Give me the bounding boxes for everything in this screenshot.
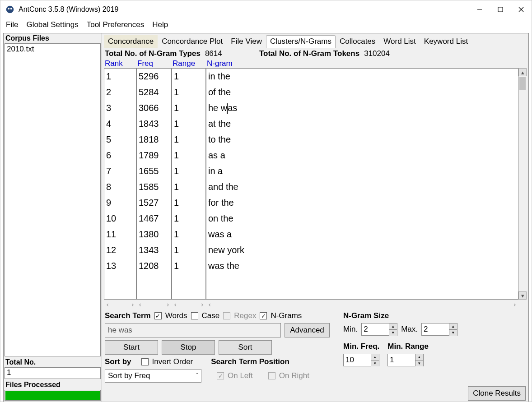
cell-freq[interactable]: 5284 bbox=[139, 84, 169, 100]
chevron-right-icon[interactable]: › bbox=[166, 301, 170, 308]
header-rank[interactable]: Rank bbox=[105, 59, 137, 68]
cell-ngram[interactable]: of the bbox=[208, 84, 516, 100]
cell-range[interactable]: 1 bbox=[174, 211, 204, 226]
tab-word-list[interactable]: Word List bbox=[379, 35, 420, 48]
header-range[interactable]: Range bbox=[173, 59, 207, 68]
chevron-right-icon[interactable]: › bbox=[201, 301, 204, 308]
chevron-left-icon[interactable]: ‹ bbox=[138, 301, 142, 308]
cell-rank[interactable]: 12 bbox=[106, 242, 134, 258]
cell-freq[interactable]: 1789 bbox=[139, 148, 169, 163]
cell-range[interactable]: 1 bbox=[174, 163, 204, 179]
cell-ngram[interactable]: in a bbox=[208, 163, 516, 179]
min-range-spinner[interactable]: ▴▾ bbox=[387, 354, 424, 366]
words-checkbox[interactable] bbox=[154, 312, 162, 319]
menu-global-settings[interactable]: Global Settings bbox=[26, 20, 78, 29]
cell-ngram[interactable]: in the bbox=[208, 69, 516, 84]
cell-ngram[interactable]: to the bbox=[208, 132, 516, 148]
corpus-file-item[interactable]: 2010.txt bbox=[7, 45, 98, 54]
cell-range[interactable]: 1 bbox=[174, 179, 204, 195]
hscroll-rank[interactable]: ‹› bbox=[104, 301, 136, 308]
cell-freq[interactable]: 1818 bbox=[139, 132, 169, 148]
cell-freq[interactable]: 1843 bbox=[139, 116, 169, 132]
cell-freq[interactable]: 1467 bbox=[139, 211, 169, 226]
spin-up-icon[interactable]: ▴ bbox=[371, 354, 379, 360]
hscroll-ngram[interactable]: ‹› bbox=[206, 301, 518, 308]
stop-button[interactable]: Stop bbox=[162, 340, 215, 355]
cell-ngram[interactable]: for the bbox=[208, 195, 516, 211]
min-range-input[interactable] bbox=[388, 354, 415, 366]
scroll-down-icon[interactable]: ▾ bbox=[518, 291, 527, 300]
cell-rank[interactable]: 2 bbox=[106, 84, 134, 100]
start-button[interactable]: Start bbox=[105, 340, 158, 355]
column-freq[interactable]: 5296528430661843181817891655158515271467… bbox=[136, 68, 172, 300]
sort-by-select[interactable]: Sort by Freq ˇ bbox=[105, 369, 201, 383]
max-size-input[interactable] bbox=[422, 323, 449, 335]
cell-ngram[interactable]: and the bbox=[208, 179, 516, 195]
cell-range[interactable]: 1 bbox=[174, 116, 204, 132]
cell-freq[interactable]: 1380 bbox=[139, 226, 169, 242]
tab-clusters-ngrams[interactable]: Clusters/N-Grams bbox=[266, 35, 336, 48]
column-ngram[interactable]: in theof thehe wasat theto theas ain aan… bbox=[206, 68, 518, 300]
cell-freq[interactable]: 1208 bbox=[139, 258, 169, 274]
cell-freq[interactable]: 1343 bbox=[139, 242, 169, 258]
hscroll-freq[interactable]: ‹› bbox=[136, 301, 172, 308]
tab-file-view[interactable]: File View bbox=[227, 35, 266, 48]
chevron-left-icon[interactable]: ‹ bbox=[106, 301, 109, 308]
cell-rank[interactable]: 7 bbox=[106, 163, 134, 179]
spin-down-icon[interactable]: ▾ bbox=[389, 330, 397, 336]
clone-results-button[interactable]: Clone Results bbox=[468, 386, 526, 401]
search-input[interactable] bbox=[105, 323, 281, 337]
cell-range[interactable]: 1 bbox=[174, 132, 204, 148]
cell-rank[interactable]: 4 bbox=[106, 116, 134, 132]
cell-rank[interactable]: 3 bbox=[106, 100, 134, 116]
cell-ngram[interactable]: at the bbox=[208, 116, 516, 132]
ngrams-checkbox[interactable] bbox=[260, 312, 267, 319]
cell-ngram[interactable]: on the bbox=[208, 211, 516, 226]
close-button[interactable] bbox=[511, 0, 532, 18]
cell-range[interactable]: 1 bbox=[174, 226, 204, 242]
cell-range[interactable]: 1 bbox=[174, 195, 204, 211]
menu-file[interactable]: File bbox=[6, 20, 18, 29]
cell-ngram[interactable]: was a bbox=[208, 226, 516, 242]
vertical-scrollbar[interactable]: ▴ ▾ bbox=[518, 68, 527, 300]
cell-freq[interactable]: 1585 bbox=[139, 179, 169, 195]
cell-rank[interactable]: 1 bbox=[106, 69, 134, 84]
cell-rank[interactable]: 9 bbox=[106, 195, 134, 211]
case-checkbox[interactable] bbox=[191, 312, 198, 319]
invert-order-checkbox[interactable] bbox=[141, 358, 149, 365]
cell-rank[interactable]: 8 bbox=[106, 179, 134, 195]
header-freq[interactable]: Freq bbox=[137, 59, 173, 68]
cell-range[interactable]: 1 bbox=[174, 100, 204, 116]
header-ngram[interactable]: N-gram bbox=[207, 59, 518, 68]
min-freq-spinner[interactable]: ▴▾ bbox=[343, 354, 379, 366]
menu-help[interactable]: Help bbox=[152, 20, 168, 29]
tab-concordance-plot[interactable]: Concordance Plot bbox=[158, 35, 227, 48]
menu-tool-preferences[interactable]: Tool Preferences bbox=[87, 20, 145, 29]
column-range[interactable]: 1111111111111 bbox=[172, 68, 206, 300]
cell-rank[interactable]: 5 bbox=[106, 132, 134, 148]
spin-down-icon[interactable]: ▾ bbox=[371, 360, 379, 366]
scroll-up-icon[interactable]: ▴ bbox=[518, 68, 527, 76]
spin-up-icon[interactable]: ▴ bbox=[389, 323, 397, 330]
cell-range[interactable]: 1 bbox=[174, 242, 204, 258]
sort-button[interactable]: Sort bbox=[219, 340, 272, 355]
cell-freq[interactable]: 5296 bbox=[139, 69, 169, 84]
cell-ngram[interactable]: as a bbox=[208, 148, 516, 163]
min-size-input[interactable] bbox=[362, 323, 389, 335]
maximize-button[interactable] bbox=[490, 0, 511, 18]
cell-range[interactable]: 1 bbox=[174, 84, 204, 100]
column-rank[interactable]: 12345678910111213 bbox=[104, 68, 136, 300]
cell-ngram[interactable]: new york bbox=[208, 242, 516, 258]
chevron-left-icon[interactable]: ‹ bbox=[173, 301, 177, 308]
cell-rank[interactable]: 11 bbox=[106, 226, 134, 242]
cell-rank[interactable]: 10 bbox=[106, 211, 134, 226]
spin-up-icon[interactable]: ▴ bbox=[449, 323, 457, 330]
advanced-button[interactable]: Advanced bbox=[285, 323, 330, 337]
cell-freq[interactable]: 1527 bbox=[139, 195, 169, 211]
spin-up-icon[interactable]: ▴ bbox=[415, 354, 423, 360]
cell-range[interactable]: 1 bbox=[174, 69, 204, 84]
tab-keyword-list[interactable]: Keyword List bbox=[420, 35, 472, 48]
tab-concordance[interactable]: Concordance bbox=[104, 35, 158, 48]
minimize-button[interactable] bbox=[469, 0, 490, 18]
cell-ngram[interactable]: was the bbox=[208, 258, 516, 274]
